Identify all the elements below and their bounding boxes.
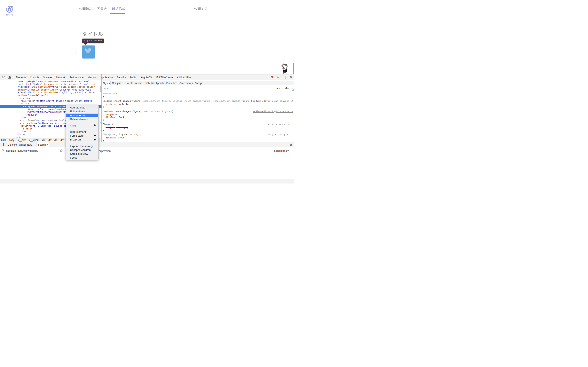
svg-text:CRYPTO: CRYPTO — [6, 14, 13, 16]
svg-text:β: β — [12, 6, 13, 8]
